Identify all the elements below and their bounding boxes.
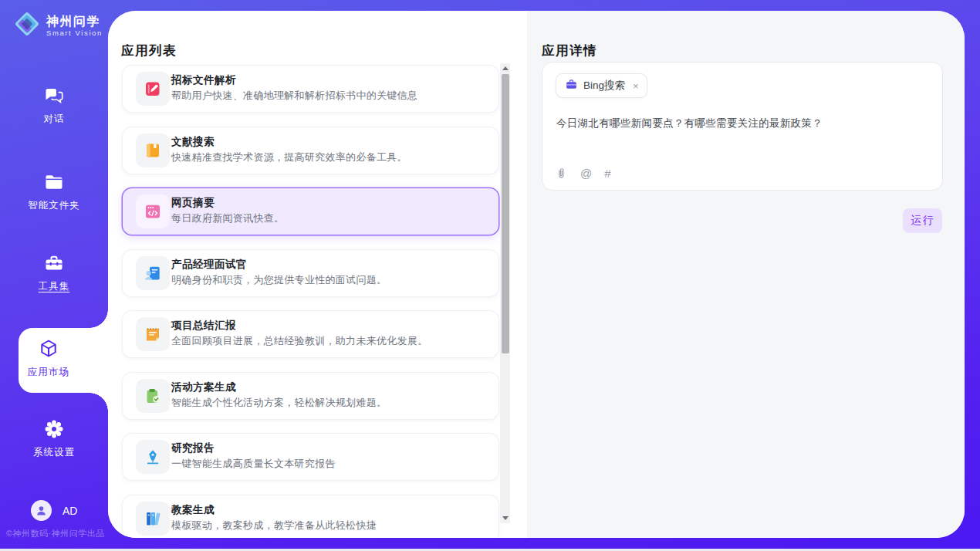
prompt-text: 今日湖北有哪些新闻要点？有哪些需要关注的最新政策？ <box>556 117 823 130</box>
app-card-bid-doc-analysis[interactable]: 招标文件解析帮助用户快速、准确地理解和解析招标书中的关键信息 <box>123 66 498 112</box>
sidebar-item-label: 对话 <box>44 113 65 124</box>
app-detail-panel: 应用详情 Bing搜索 × 今日湖北有哪些新闻要点？有哪些需要关注的最新政策？ … <box>527 11 965 538</box>
user-account[interactable]: AD <box>31 500 77 521</box>
brand-text: 神州问学 Smart Vision <box>46 15 103 37</box>
sidebar: 神州问学 Smart Vision 对话智能文件夹工具集应用市场系统设置 AD … <box>0 0 108 549</box>
app-card-project-summary[interactable]: 项目总结汇报全面回顾项目进展，总结经验教训，助力未来优化发展。 <box>123 311 498 357</box>
brand-name: 神州问学 <box>46 15 103 29</box>
brand-logo: 神州问学 Smart Vision <box>12 9 103 42</box>
app-card-research-report[interactable]: 研究报告一键智能生成高质量长文本研究报告 <box>123 434 498 480</box>
attachment-toolbar: @# <box>555 167 611 180</box>
app-card-desc: 智能生成个性化活动方案，轻松解决规划难题。 <box>171 396 387 410</box>
app-card-lesson-plan[interactable]: 教案生成模板驱动，教案秒成，教学准备从此轻松快捷 <box>123 495 498 539</box>
app-detail-title: 应用详情 <box>542 42 597 59</box>
app-card-desc: 每日政府新闻资讯快查。 <box>171 211 284 225</box>
toolbox-icon <box>43 252 65 274</box>
app-card-title: 活动方案生成 <box>171 380 236 394</box>
pen-icon <box>136 440 170 474</box>
app-card-title: 产品经理面试官 <box>171 258 247 272</box>
clipboard-check-icon <box>136 379 170 413</box>
app-card-literature-search[interactable]: 文献搜索快速精准查找学术资源，提高研究效率的必备工具。 <box>123 127 498 174</box>
scrollbar-thumb[interactable] <box>502 74 509 353</box>
app-shell: 神州问学 Smart Vision 对话智能文件夹工具集应用市场系统设置 AD … <box>0 0 980 549</box>
document-edit-icon <box>136 72 170 106</box>
app-card-title: 项目总结汇报 <box>171 319 236 333</box>
folder-icon <box>43 171 65 193</box>
app-card-title: 网页摘要 <box>171 196 215 210</box>
app-list: 招标文件解析帮助用户快速、准确地理解和解析招标书中的关键信息文献搜索快速精准查找… <box>123 66 498 538</box>
webpage-code-icon <box>136 194 170 228</box>
app-list-panel: 应用列表 招标文件解析帮助用户快速、准确地理解和解析招标书中的关键信息文献搜索快… <box>108 11 527 538</box>
app-card-desc: 明确身份和职责，为您提供专业性的面试问题。 <box>171 273 387 287</box>
hash-icon[interactable]: # <box>604 167 610 179</box>
sidebar-item-label: 工具集 <box>39 281 70 292</box>
scroll-up-button[interactable] <box>500 63 510 73</box>
main-content: 应用列表 招标文件解析帮助用户快速、准确地理解和解析招标书中的关键信息文献搜索快… <box>108 11 965 538</box>
note-icon <box>136 317 170 351</box>
sidebar-item-toolset[interactable]: 工具集 <box>0 252 108 293</box>
diamond-logo-icon <box>12 9 42 42</box>
sidebar-item-app-market[interactable]: 应用市场 <box>0 328 108 393</box>
app-card-web-summary[interactable]: 网页摘要每日政府新闻资讯快查。 <box>123 188 498 235</box>
app-card-desc: 快速精准查找学术资源，提高研究效率的必备工具。 <box>171 150 407 164</box>
sidebar-item-label: 应用市场 <box>28 367 69 377</box>
interviewer-icon <box>136 256 170 290</box>
gear-icon <box>43 418 65 440</box>
app-card-pm-interviewer[interactable]: 产品经理面试官明确身份和职责，为您提供专业性的面试问题。 <box>123 250 498 296</box>
close-icon[interactable]: × <box>633 81 639 91</box>
brand-subtitle: Smart Vision <box>46 29 103 37</box>
sidebar-item-settings[interactable]: 系统设置 <box>0 418 108 459</box>
app-card-desc: 模板驱动，教案秒成，教学准备从此轻松快捷 <box>171 519 377 532</box>
tool-chip-label: Bing搜索 <box>583 79 625 93</box>
app-card-title: 教案生成 <box>171 503 215 517</box>
app-card-desc: 一键智能生成高质量长文本研究报告 <box>171 457 336 471</box>
scrollbar[interactable] <box>500 63 510 523</box>
app-card-desc: 帮助用户快速、准确地理解和解析招标书中的关键信息 <box>171 89 417 103</box>
copyright-text: ©神州数码·神州问学出品 <box>6 528 105 539</box>
app-card-event-plan[interactable]: 活动方案生成智能生成个性化活动方案，轻松解决规划难题。 <box>123 373 498 419</box>
paperclip-icon[interactable] <box>555 167 568 180</box>
avatar <box>31 500 52 521</box>
at-icon[interactable]: @ <box>580 167 592 179</box>
book-icon <box>136 134 170 167</box>
chat-icon <box>43 85 65 106</box>
sidebar-item-label: 智能文件夹 <box>28 200 80 211</box>
user-name: AD <box>63 505 77 517</box>
sidebar-item-label: 系统设置 <box>33 447 75 458</box>
briefcase-icon <box>565 78 578 93</box>
sidebar-item-chat[interactable]: 对话 <box>0 85 108 126</box>
tool-chip-bing-search[interactable]: Bing搜索 × <box>556 73 647 98</box>
sidebar-item-smart-folders[interactable]: 智能文件夹 <box>0 171 108 212</box>
app-card-title: 文献搜索 <box>171 135 215 149</box>
books-icon <box>136 502 170 536</box>
cube-icon <box>38 338 59 360</box>
scroll-down-button[interactable] <box>500 513 510 523</box>
app-card-desc: 全面回顾项目进展，总结经验教训，助力未来优化发展。 <box>171 334 428 348</box>
app-list-title: 应用列表 <box>121 42 177 59</box>
app-card-title: 招标文件解析 <box>171 73 236 87</box>
app-card-title: 研究报告 <box>171 441 215 455</box>
prompt-input[interactable]: Bing搜索 × 今日湖北有哪些新闻要点？有哪些需要关注的最新政策？ @# <box>542 62 943 191</box>
run-button[interactable]: 运行 <box>903 208 942 233</box>
